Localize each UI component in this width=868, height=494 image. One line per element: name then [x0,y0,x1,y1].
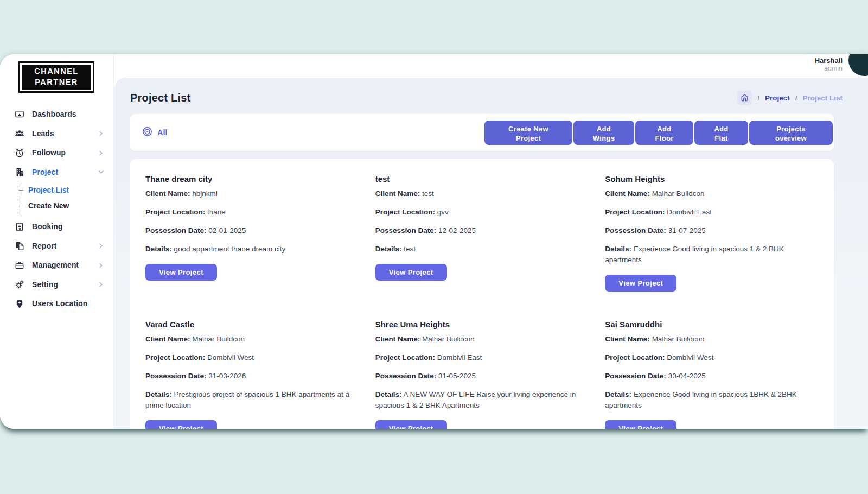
sidebar-item-report[interactable]: Report [0,237,113,256]
details-label: Details: [605,245,631,253]
client-value: Malhar Buildcon [652,335,705,343]
possession-label: Possession Date: [375,226,437,235]
breadcrumb-separator: / [757,94,760,102]
project-title: Sohum Heights [605,174,819,183]
possession-row: Possession Date: 31-07-2025 [605,225,819,236]
management-icon [14,260,25,271]
sidebar-item-label: Setting [32,281,58,289]
view-project-button[interactable]: View Project [605,275,676,292]
sidebar-item-label: Booking [32,223,63,231]
location-label: Project Location: [605,208,665,216]
sidebar-item-dashboards[interactable]: Dashboards [0,105,113,124]
details-value: Experience Good living in spacious 1 & 2… [605,245,783,264]
location-value: thane [207,208,226,216]
view-project-button[interactable]: View Project [145,264,217,281]
chevron-right-icon [98,150,104,156]
location-row: Project Location: gvv [375,207,589,218]
report-icon [14,240,25,251]
sidebar-item-label: Project List [28,186,69,194]
project-card: Varad Castle Client Name: Malhar Buildco… [145,320,359,429]
location-row: Project Location: Dombivli West [605,352,819,363]
add-wings-button[interactable]: Add Wings [573,121,634,145]
sidebar-item-label: Leads [32,130,54,138]
page-title: Project List [130,92,190,104]
client-label: Client Name: [605,189,650,198]
client-label: Client Name: [145,335,190,343]
view-project-button[interactable]: View Project [605,420,676,429]
sidebar-item-users-location[interactable]: Users Location [0,294,113,314]
location-row: Project Location: Dombivli East [375,352,589,363]
project-card: test Client Name: test Project Location:… [375,174,589,292]
booking-icon [14,221,25,232]
sidebar-item-booking[interactable]: Booking [0,217,113,237]
details-label: Details: [145,245,172,253]
breadcrumb-home[interactable] [737,91,752,105]
location-value: Dombivli West [207,353,254,362]
sidebar-item-project[interactable]: Project [0,163,113,182]
client-row: Client Name: test [375,188,589,199]
client-row: Client Name: Malhar Buildcon [605,188,819,199]
view-project-button[interactable]: View Project [375,264,447,281]
main-content: Project List / Project / Project List Al… [114,78,868,429]
possession-row: Possession Date: 30-04-2025 [605,371,819,382]
sidebar-item-management[interactable]: Management [0,256,113,275]
sidebar-item-followup[interactable]: Followup [0,143,113,163]
location-label: Project Location: [375,208,435,216]
breadcrumb-project[interactable]: Project [765,94,790,102]
sidebar-item-label: Dashboards [32,110,76,118]
sidebar-item-project-list[interactable]: Project List [18,182,113,198]
add-flat-button[interactable]: Add Flat [694,121,748,145]
chevron-right-icon [98,262,104,269]
location-value: Dombivli East [437,353,482,362]
toolbar: Create New Project Add Wings Add Floor A… [484,121,833,145]
details-row: Details: A NEW WAY OF LIFE Raise your li… [375,389,589,410]
possession-value: 31-07-2025 [668,226,706,235]
dashboard-icon [14,109,25,120]
add-floor-button[interactable]: Add Floor [635,121,693,145]
possession-label: Possession Date: [605,372,666,380]
client-label: Client Name: [605,335,650,343]
location-value: Dombivli East [667,208,712,216]
projects-overview-button[interactable]: Projects overview [749,121,833,145]
chevron-right-icon [98,281,104,288]
brand-line2: PARTNER [22,77,91,88]
location-row: Project Location: Dombivli West [145,352,359,363]
view-project-button[interactable]: View Project [375,420,447,429]
chevron-right-icon [98,243,104,249]
possession-value: 31-03-2026 [208,372,246,380]
possession-row: Possession Date: 02-01-2025 [145,225,359,236]
page-header: Project List / Project / Project List [130,91,843,105]
details-label: Details: [375,245,402,253]
project-title: Sai Samruddhi [605,320,819,329]
brand-logo: CHANNEL PARTNER [18,61,94,93]
user-menu[interactable]: Harshali admin [815,56,843,73]
filter-all-label: All [157,128,168,137]
project-submenu: Project List Create New [18,182,113,217]
sidebar-item-setting[interactable]: Setting [0,275,113,295]
followup-icon [14,148,25,159]
possession-value: 02-01-2025 [208,226,246,235]
client-row: Client Name: Malhar Buildcon [375,334,589,345]
possession-row: Possession Date: 31-05-2025 [375,371,589,382]
project-card: Sohum Heights Client Name: Malhar Buildc… [605,174,819,292]
avatar[interactable] [848,54,868,76]
details-row: Details: Prestigious project of spacious… [145,389,359,410]
user-name: Harshali [815,56,843,65]
leads-icon [14,128,25,139]
project-card: Thane dream city Client Name: hbjnkml Pr… [145,174,359,292]
details-label: Details: [605,390,631,398]
sidebar-item-create-new[interactable]: Create New [18,198,113,214]
location-row: Project Location: Dombivli East [605,207,819,218]
filter-all[interactable]: All [142,126,168,138]
project-title: Varad Castle [145,320,359,329]
project-title: Thane dream city [145,174,359,183]
create-new-project-button[interactable]: Create New Project [484,121,572,145]
client-row: Client Name: Malhar Buildcon [145,334,359,345]
possession-value: 30-04-2025 [668,372,706,380]
possession-label: Possession Date: [145,226,207,235]
view-project-button[interactable]: View Project [145,420,217,429]
possession-label: Possession Date: [375,372,437,380]
location-label: Project Location: [375,353,435,362]
sidebar-item-label: Report [32,242,57,250]
sidebar-item-leads[interactable]: Leads [0,124,113,144]
